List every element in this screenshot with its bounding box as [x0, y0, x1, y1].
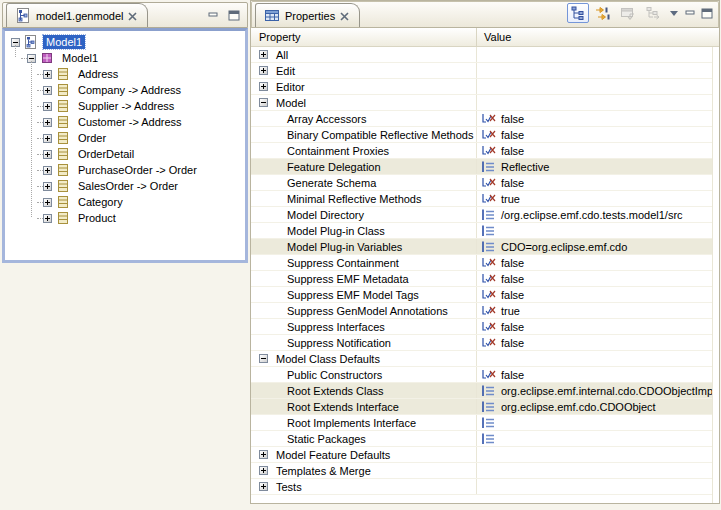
property-name-cell[interactable]: Generate Schema [251, 175, 477, 190]
property-name-cell[interactable]: Suppress EMF Model Tags [251, 287, 477, 302]
tree-item[interactable]: Product [5, 210, 245, 226]
property-name-cell[interactable]: Suppress Interfaces [251, 319, 477, 334]
expand-box[interactable] [259, 466, 268, 475]
property-value-cell[interactable] [477, 463, 712, 478]
maximize-icon[interactable] [227, 10, 240, 21]
tree-item[interactable]: Customer -> Address [5, 114, 245, 130]
property-row[interactable]: Public Constructorsfalse [251, 367, 712, 383]
column-header-value[interactable]: Value [477, 28, 719, 46]
close-icon[interactable] [340, 11, 350, 21]
tree-item-label[interactable]: Supplier -> Address [75, 99, 177, 113]
expand-box[interactable] [43, 214, 52, 223]
expand-box[interactable] [259, 450, 268, 459]
property-value-cell[interactable] [477, 415, 712, 430]
property-value-cell[interactable]: org.eclipse.emf.cdo.CDOObject [477, 399, 712, 414]
tree-item[interactable]: SalesOrder -> Order [5, 178, 245, 194]
expand-box[interactable] [43, 150, 52, 159]
property-row[interactable]: Suppress Notificationfalse [251, 335, 712, 351]
property-value-cell[interactable]: false [477, 127, 712, 142]
property-name-cell[interactable]: Model Directory [251, 207, 477, 222]
expand-box[interactable] [259, 50, 268, 59]
property-row[interactable]: Templates & Merge [251, 463, 712, 479]
property-value-cell[interactable] [477, 95, 712, 110]
property-value-cell[interactable]: false [477, 287, 712, 302]
property-value-cell[interactable]: false [477, 271, 712, 286]
minimize-icon[interactable] [684, 8, 697, 19]
tree-item-label[interactable]: PurchaseOrder -> Order [75, 163, 200, 177]
property-row[interactable]: Model Plug-in Class [251, 223, 712, 239]
property-value-cell[interactable]: Reflective [477, 159, 712, 174]
property-value-cell[interactable] [477, 47, 712, 62]
expand-box[interactable] [43, 182, 52, 191]
property-row[interactable]: Model Directory/org.eclipse.emf.cdo.test… [251, 207, 712, 223]
property-row[interactable]: Suppress GenModel Annotationstrue [251, 303, 712, 319]
property-row[interactable]: Model Class Defaults [251, 351, 712, 367]
property-value-cell[interactable] [477, 479, 712, 494]
property-name-cell[interactable]: Model Feature Defaults [251, 447, 477, 462]
property-row[interactable]: Editor [251, 79, 712, 95]
expand-box[interactable] [43, 118, 52, 127]
property-name-cell[interactable]: Suppress EMF Metadata [251, 271, 477, 286]
new-property-sheet-button[interactable] [642, 3, 664, 23]
tree-item-label[interactable]: Address [75, 67, 121, 81]
property-name-cell[interactable]: Binary Compatible Reflective Methods [251, 127, 477, 142]
expand-box[interactable] [259, 82, 268, 91]
tree-item[interactable]: Company -> Address [5, 82, 245, 98]
expand-box[interactable] [43, 102, 52, 111]
property-row[interactable]: Feature DelegationReflective [251, 159, 712, 175]
property-value-cell[interactable]: false [477, 367, 712, 382]
maximize-icon[interactable] [700, 8, 713, 19]
tab-properties[interactable]: Properties [255, 3, 360, 27]
property-row[interactable]: Root Extends Classorg.eclipse.emf.intern… [251, 383, 712, 399]
property-name-cell[interactable]: Root Extends Interface [251, 399, 477, 414]
property-name-cell[interactable]: All [251, 47, 477, 62]
property-name-cell[interactable]: Edit [251, 63, 477, 78]
property-value-cell[interactable]: true [477, 303, 712, 318]
property-value-cell[interactable]: false [477, 175, 712, 190]
property-row[interactable]: Static Packages [251, 431, 712, 447]
property-value-cell[interactable]: false [477, 319, 712, 334]
expand-box[interactable] [43, 198, 52, 207]
property-name-cell[interactable]: Feature Delegation [251, 159, 477, 174]
collapse-box[interactable] [259, 354, 268, 363]
expand-box[interactable] [43, 70, 52, 79]
property-row[interactable]: Binary Compatible Reflective Methodsfals… [251, 127, 712, 143]
property-name-cell[interactable]: Root Implements Interface [251, 415, 477, 430]
tree-item-label[interactable]: Model1 [43, 35, 85, 49]
property-name-cell[interactable]: Root Extends Class [251, 383, 477, 398]
tree-item-label[interactable]: Customer -> Address [75, 115, 185, 129]
tree-item-label[interactable]: Company -> Address [75, 83, 184, 97]
property-value-cell[interactable] [477, 431, 712, 446]
tree-item-label[interactable]: Product [75, 211, 119, 225]
property-name-cell[interactable]: Tests [251, 479, 477, 494]
close-icon[interactable] [128, 11, 138, 21]
property-row[interactable]: Edit [251, 63, 712, 79]
property-value-cell[interactable] [477, 63, 712, 78]
property-name-cell[interactable]: Suppress Notification [251, 335, 477, 350]
property-row[interactable]: Containment Proxiesfalse [251, 143, 712, 159]
property-name-cell[interactable]: Model Class Defaults [251, 351, 477, 366]
property-row[interactable]: Tests [251, 479, 712, 495]
show-categories-button[interactable] [567, 3, 589, 23]
property-name-cell[interactable]: Model [251, 95, 477, 110]
tree-item[interactable]: Order [5, 130, 245, 146]
property-name-cell[interactable]: Templates & Merge [251, 463, 477, 478]
property-value-cell[interactable]: false [477, 143, 712, 158]
minimize-icon[interactable] [207, 10, 220, 21]
column-header-property[interactable]: Property [251, 28, 477, 46]
property-row[interactable]: Suppress EMF Metadatafalse [251, 271, 712, 287]
property-name-cell[interactable]: Static Packages [251, 431, 477, 446]
property-row[interactable]: Suppress Containmentfalse [251, 255, 712, 271]
tree-item[interactable]: Supplier -> Address [5, 98, 245, 114]
property-row[interactable]: All [251, 47, 712, 63]
property-value-cell[interactable]: CDO=org.eclipse.emf.cdo [477, 239, 712, 254]
property-name-cell[interactable]: Editor [251, 79, 477, 94]
property-name-cell[interactable]: Array Accessors [251, 111, 477, 126]
expand-box[interactable] [259, 482, 268, 491]
expand-box[interactable] [43, 86, 52, 95]
restore-default-button[interactable] [617, 3, 639, 23]
tab-model1-genmodel[interactable]: model1.genmodel [6, 3, 148, 27]
tree-item[interactable]: OrderDetail [5, 146, 245, 162]
property-row[interactable]: Model Plug-in VariablesCDO=org.eclipse.e… [251, 239, 712, 255]
property-name-cell[interactable]: Containment Proxies [251, 143, 477, 158]
